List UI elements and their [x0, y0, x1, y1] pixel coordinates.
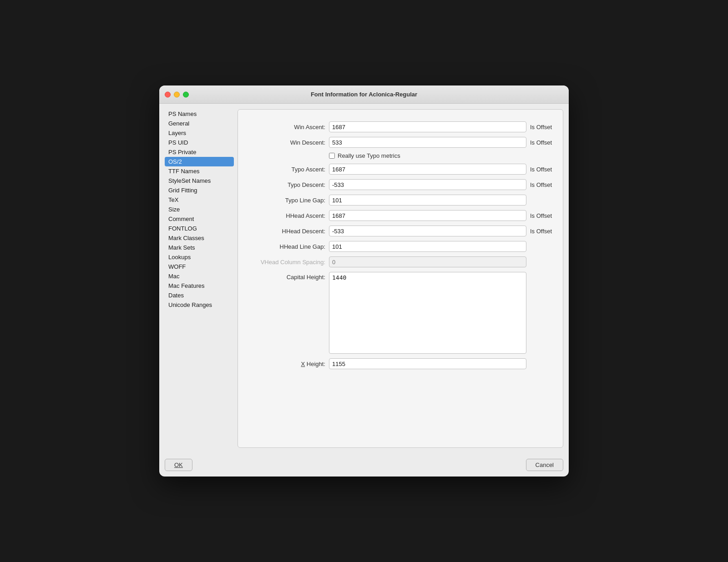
typo-line-gap-row: Typo Line Gap:	[243, 195, 557, 206]
main-window: Font Information for Aclonica-Regular PS…	[159, 85, 569, 477]
hhead-descent-label: HHead Descent:	[243, 228, 325, 235]
titlebar: Font Information for Aclonica-Regular	[159, 85, 569, 104]
typo-descent-row: Typo Descent: Is Offset	[243, 179, 557, 190]
window-body: PS NamesGeneralLayersPS UIDPS PrivateOS/…	[159, 104, 569, 453]
capital-height-input[interactable]: 1440	[329, 272, 526, 354]
win-ascent-offset: Is Offset	[530, 124, 557, 130]
hhead-ascent-offset: Is Offset	[530, 212, 557, 219]
ok-button[interactable]: OK	[165, 459, 192, 471]
sidebar-item-ttf-names[interactable]: TTF Names	[165, 166, 234, 176]
really-use-typo-row: Really use Typo metrics	[243, 152, 557, 159]
sidebar-item-woff[interactable]: WOFF	[165, 262, 234, 271]
maximize-button[interactable]	[183, 91, 189, 97]
sidebar-item-ps-private[interactable]: PS Private	[165, 147, 234, 157]
really-use-typo-checkbox[interactable]	[329, 153, 335, 159]
typo-ascent-row: Typo Ascent: Is Offset	[243, 164, 557, 175]
really-use-typo-label: Really use Typo metrics	[338, 152, 400, 159]
hhead-ascent-input[interactable]	[329, 210, 526, 221]
typo-descent-offset: Is Offset	[530, 181, 557, 188]
sidebar-item-ps-names[interactable]: PS Names	[165, 109, 234, 119]
sidebar-item-unicode-ranges[interactable]: Unicode Ranges	[165, 300, 234, 310]
minimize-button[interactable]	[174, 91, 180, 97]
sidebar-item-comment[interactable]: Comment	[165, 214, 234, 224]
sidebar-item-mark-sets[interactable]: Mark Sets	[165, 243, 234, 252]
win-ascent-row: Win Ascent: Is Offset	[243, 121, 557, 132]
sidebar-item-os/2[interactable]: OS/2	[165, 157, 234, 166]
sidebar-item-tex[interactable]: TeX	[165, 195, 234, 205]
hhead-line-gap-row: HHead Line Gap:	[243, 241, 557, 252]
sidebar-item-grid-fitting[interactable]: Grid Fitting	[165, 186, 234, 195]
typo-descent-label: Typo Descent:	[243, 181, 325, 188]
sidebar-item-lookups[interactable]: Lookups	[165, 252, 234, 262]
win-ascent-label: Win Ascent:	[243, 124, 325, 130]
vhead-col-label: VHead Column Spacing:	[243, 259, 325, 266]
cancel-button[interactable]: Cancel	[526, 459, 563, 471]
win-descent-row: Win Descent: Is Offset	[243, 137, 557, 148]
typo-ascent-input[interactable]	[329, 164, 526, 175]
win-descent-label: Win Descent:	[243, 139, 325, 146]
hhead-descent-row: HHead Descent: Is Offset	[243, 226, 557, 236]
win-ascent-input[interactable]	[329, 121, 526, 132]
sidebar: PS NamesGeneralLayersPS UIDPS PrivateOS/…	[165, 109, 238, 448]
hhead-line-gap-label: HHead Line Gap:	[243, 243, 325, 250]
vhead-col-row: VHead Column Spacing:	[243, 256, 557, 267]
hhead-ascent-row: HHead Ascent: Is Offset	[243, 210, 557, 221]
sidebar-item-dates[interactable]: Dates	[165, 291, 234, 300]
sidebar-item-fontlog[interactable]: FONTLOG	[165, 224, 234, 233]
main-content: Win Ascent: Is Offset Win Descent: Is Of…	[238, 109, 563, 448]
x-height-input[interactable]	[329, 358, 526, 369]
typo-descent-input[interactable]	[329, 179, 526, 190]
sidebar-item-mark-classes[interactable]: Mark Classes	[165, 233, 234, 243]
hhead-descent-offset: Is Offset	[530, 228, 557, 235]
x-height-row: X Height:	[243, 358, 557, 369]
capital-height-row: Capital Height: 1440	[243, 272, 557, 354]
sidebar-item-general[interactable]: General	[165, 119, 234, 128]
close-button[interactable]	[165, 91, 171, 97]
sidebar-item-size[interactable]: Size	[165, 205, 234, 214]
typo-ascent-label: Typo Ascent:	[243, 166, 325, 173]
form-section: Win Ascent: Is Offset Win Descent: Is Of…	[243, 121, 557, 442]
vhead-col-input	[329, 256, 526, 267]
capital-height-label: Capital Height:	[243, 272, 325, 281]
win-descent-input[interactable]	[329, 137, 526, 148]
x-height-label: X Height:	[243, 361, 325, 367]
window-controls	[165, 91, 189, 97]
hhead-ascent-label: HHead Ascent:	[243, 212, 325, 219]
sidebar-item-mac-features[interactable]: Mac Features	[165, 281, 234, 291]
typo-ascent-offset: Is Offset	[530, 166, 557, 173]
sidebar-item-layers[interactable]: Layers	[165, 128, 234, 138]
win-descent-offset: Is Offset	[530, 139, 557, 146]
typo-line-gap-label: Typo Line Gap:	[243, 197, 325, 204]
sidebar-item-ps-uid[interactable]: PS UID	[165, 138, 234, 147]
hhead-line-gap-input[interactable]	[329, 241, 526, 252]
bottom-bar: OK Cancel	[159, 453, 569, 477]
typo-line-gap-input[interactable]	[329, 195, 526, 206]
hhead-descent-input[interactable]	[329, 226, 526, 236]
window-title: Font Information for Aclonica-Regular	[311, 91, 417, 98]
sidebar-item-styleset-names[interactable]: StyleSet Names	[165, 176, 234, 186]
sidebar-item-mac[interactable]: Mac	[165, 271, 234, 281]
